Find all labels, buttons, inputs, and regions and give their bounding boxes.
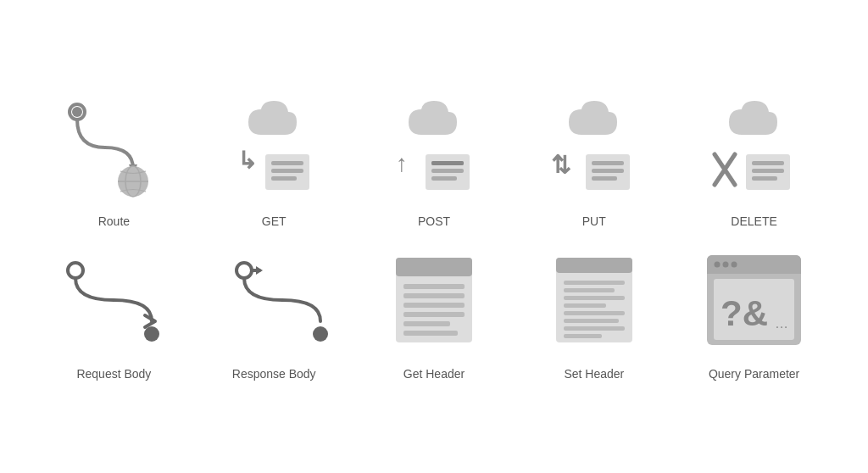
svg-rect-26 bbox=[752, 161, 784, 165]
request-body-label: Request Body bbox=[76, 367, 151, 381]
query-parameter-label: Query Parameter bbox=[709, 367, 799, 381]
svg-rect-11 bbox=[271, 176, 297, 181]
response-body-label: Response Body bbox=[232, 367, 316, 381]
put-icon: ⇅ bbox=[526, 92, 662, 203]
get-label: GET bbox=[262, 214, 287, 228]
post-label: POST bbox=[418, 214, 450, 228]
svg-rect-48 bbox=[564, 311, 625, 315]
get-header-label: Get Header bbox=[403, 367, 465, 381]
icon-cell-delete[interactable]: DELETE bbox=[674, 92, 834, 228]
set-header-label: Set Header bbox=[564, 367, 624, 381]
delete-icon bbox=[687, 92, 822, 203]
svg-rect-15 bbox=[431, 169, 464, 173]
delete-label: DELETE bbox=[731, 214, 776, 228]
icon-cell-query-parameter[interactable]: ?& … Query Parameter bbox=[674, 245, 834, 381]
icon-cell-route[interactable]: Route bbox=[34, 92, 194, 228]
icon-cell-post[interactable]: ↑ POST bbox=[354, 92, 515, 228]
get-icon: ↳ bbox=[206, 92, 342, 203]
svg-point-31 bbox=[236, 263, 252, 278]
svg-rect-43 bbox=[556, 258, 632, 273]
svg-rect-22 bbox=[592, 176, 617, 181]
svg-point-57 bbox=[732, 262, 737, 268]
put-label: PUT bbox=[582, 214, 606, 228]
svg-rect-17 bbox=[431, 161, 464, 165]
route-icon bbox=[46, 92, 181, 203]
icon-cell-get-header[interactable]: Get Header bbox=[354, 245, 515, 381]
svg-rect-50 bbox=[564, 326, 625, 331]
svg-rect-27 bbox=[752, 169, 784, 173]
svg-point-30 bbox=[144, 326, 159, 342]
route-label: Route bbox=[98, 214, 130, 228]
svg-rect-16 bbox=[431, 176, 457, 181]
icon-cell-response-body[interactable]: Response Body bbox=[194, 245, 354, 381]
svg-rect-46 bbox=[564, 296, 625, 300]
svg-point-29 bbox=[68, 263, 83, 278]
icon-grid: Route ↳ GET bbox=[0, 67, 868, 406]
svg-text:⇅: ⇅ bbox=[551, 152, 571, 178]
svg-rect-10 bbox=[271, 169, 303, 173]
icon-cell-get[interactable]: ↳ GET bbox=[194, 92, 354, 228]
icon-cell-set-header[interactable]: Set Header bbox=[514, 245, 674, 381]
set-header-icon bbox=[526, 245, 662, 355]
svg-rect-54 bbox=[707, 267, 801, 274]
icon-cell-request-body[interactable]: Request Body bbox=[34, 245, 194, 381]
svg-text:↑: ↑ bbox=[396, 150, 408, 176]
svg-text:?&: ?& bbox=[721, 293, 768, 333]
svg-rect-44 bbox=[564, 281, 625, 285]
svg-rect-41 bbox=[403, 331, 458, 336]
svg-rect-28 bbox=[752, 176, 777, 181]
svg-text:…: … bbox=[775, 316, 788, 331]
svg-rect-21 bbox=[592, 169, 624, 173]
svg-point-55 bbox=[715, 262, 721, 268]
svg-rect-47 bbox=[564, 303, 606, 308]
get-header-icon bbox=[366, 245, 502, 355]
svg-rect-38 bbox=[403, 303, 465, 308]
svg-rect-49 bbox=[564, 319, 619, 323]
svg-text:↳: ↳ bbox=[237, 147, 257, 174]
svg-point-33 bbox=[313, 326, 328, 342]
svg-rect-20 bbox=[592, 161, 624, 165]
svg-point-5 bbox=[72, 107, 82, 117]
svg-rect-35 bbox=[396, 258, 472, 276]
query-parameter-icon: ?& … bbox=[687, 245, 822, 355]
svg-rect-37 bbox=[403, 293, 465, 298]
icon-cell-put[interactable]: ⇅ PUT bbox=[514, 92, 674, 228]
svg-rect-36 bbox=[403, 284, 465, 289]
svg-rect-45 bbox=[564, 288, 615, 292]
svg-rect-9 bbox=[271, 161, 303, 165]
svg-rect-40 bbox=[403, 321, 450, 326]
svg-point-56 bbox=[723, 262, 729, 268]
response-body-icon bbox=[206, 245, 342, 355]
post-icon: ↑ bbox=[366, 92, 502, 203]
svg-marker-32 bbox=[256, 266, 263, 275]
svg-rect-51 bbox=[564, 334, 602, 338]
svg-rect-39 bbox=[403, 312, 465, 317]
request-body-icon bbox=[46, 245, 181, 355]
